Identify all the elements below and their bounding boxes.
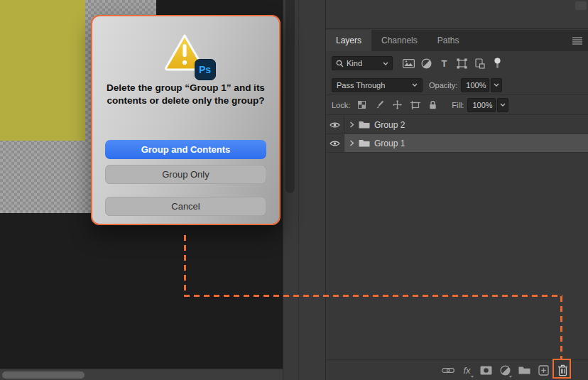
lock-fill-row: Lock: — [326, 95, 588, 115]
brush-icon — [375, 100, 384, 109]
new-layer-button[interactable] — [534, 360, 553, 380]
fill-dropdown-button[interactable] — [497, 98, 508, 112]
artboard-icon — [410, 101, 420, 109]
lock-artboard-button[interactable] — [406, 101, 424, 109]
layer-name: Group 2 — [374, 120, 405, 130]
fill-label: Fill: — [452, 101, 464, 109]
group-only-button[interactable]: Group Only — [105, 165, 266, 184]
adjustment-circle-icon — [421, 58, 432, 69]
chevron-down-icon — [500, 103, 506, 107]
visibility-toggle[interactable] — [326, 134, 344, 153]
layer-row-group-1[interactable]: Group 1 — [326, 134, 588, 153]
fill-input[interactable]: 100% — [467, 98, 496, 112]
tab-paths-label: Paths — [437, 36, 459, 45]
caret-down-icon — [509, 376, 512, 378]
dialog-message: Delete the group “Group 1” and its conte… — [104, 82, 267, 107]
add-layer-mask-button[interactable] — [477, 360, 496, 380]
yellow-rectangle-layer — [0, 0, 85, 141]
horizontal-scrollbar[interactable] — [0, 369, 283, 380]
tab-channels-label: Channels — [381, 36, 418, 45]
shape-frame-icon — [457, 58, 467, 69]
vertical-scrollbar-thumb[interactable] — [285, 0, 295, 193]
opacity-input[interactable]: 100% — [461, 78, 489, 92]
shape-layer-filter-button[interactable] — [453, 58, 471, 69]
lock-transparency-button[interactable] — [353, 101, 371, 109]
lock-all-button[interactable] — [424, 100, 442, 109]
adjustment-circle-icon — [500, 365, 511, 376]
photoshop-app-icon: Ps — [195, 59, 216, 80]
chevron-down-icon — [412, 83, 418, 87]
tab-paths[interactable]: Paths — [428, 30, 469, 51]
chevron-down-icon — [383, 62, 388, 65]
chevron-down-icon — [494, 83, 499, 87]
panel-above-corner — [575, 1, 587, 10]
smart-object-icon — [475, 58, 485, 69]
layers-footer-toolbar: fx — [326, 359, 588, 380]
lock-position-button[interactable] — [388, 100, 406, 109]
folder-icon — [518, 366, 530, 375]
blend-mode-value: Pass Through — [337, 81, 385, 89]
lock-label: Lock: — [332, 101, 350, 109]
eye-icon — [330, 140, 340, 147]
dialog-icon: Ps — [163, 33, 209, 76]
layer-row-group-2[interactable]: Group 2 — [326, 116, 588, 134]
tab-layers[interactable]: Layers — [326, 30, 371, 51]
checkerboard-icon — [358, 101, 366, 109]
type-layer-filter-button[interactable]: T — [435, 58, 453, 69]
mask-icon — [480, 366, 492, 375]
filter-toggle-pin-icon — [494, 58, 501, 69]
new-group-button[interactable] — [515, 360, 534, 380]
adjustment-layer-filter-button[interactable] — [418, 58, 435, 69]
trash-icon — [557, 364, 568, 376]
image-icon — [403, 59, 415, 68]
padlock-icon — [429, 100, 437, 109]
filter-toggle-button[interactable] — [489, 58, 506, 69]
panel-tab-bar: Layers Channels Paths — [326, 30, 588, 51]
disclosure-chevron-icon[interactable] — [349, 140, 354, 146]
caret-down-icon — [471, 376, 474, 378]
dialog-buttons: Group and Contents Group Only Cancel — [105, 140, 266, 216]
type-icon: T — [442, 58, 447, 69]
opacity-label: Opacity: — [429, 81, 457, 89]
layers-panel: Layers Channels Paths Kind — [325, 0, 588, 380]
lock-pixels-button[interactable] — [371, 100, 388, 109]
delete-layer-button[interactable] — [553, 360, 572, 380]
eye-icon — [330, 121, 340, 129]
filter-kind-label: Kind — [347, 59, 362, 67]
blend-opacity-row: Pass Through Opacity: 100% — [326, 75, 588, 95]
disclosure-chevron-icon[interactable] — [349, 121, 354, 128]
fill-value: 100% — [472, 101, 492, 109]
folder-icon — [359, 139, 370, 147]
new-adjustment-layer-button[interactable] — [496, 360, 515, 380]
panel-gutter — [283, 0, 325, 380]
horizontal-scrollbar-thumb[interactable] — [2, 371, 85, 379]
tab-layers-label: Layers — [336, 36, 361, 45]
panel-above-strip — [326, 0, 588, 29]
filter-kind-select[interactable]: Kind — [332, 56, 393, 70]
link-layers-button[interactable] — [438, 360, 457, 380]
opacity-value: 100% — [466, 81, 486, 89]
group-and-contents-button[interactable]: Group and Contents — [105, 140, 266, 159]
folder-icon — [359, 121, 370, 129]
cancel-button[interactable]: Cancel — [105, 197, 266, 216]
hamburger-menu-icon — [572, 37, 582, 45]
fx-icon: fx — [463, 365, 470, 376]
pixel-layer-filter-button[interactable] — [400, 59, 418, 68]
plus-square-icon — [538, 365, 549, 376]
search-icon — [336, 60, 344, 67]
visibility-toggle[interactable] — [326, 116, 344, 134]
tab-channels[interactable]: Channels — [371, 30, 428, 51]
layer-filter-row: Kind T — [326, 52, 588, 75]
layer-name: Group 1 — [374, 139, 405, 148]
ps-badge-label: Ps — [199, 64, 211, 75]
link-icon — [442, 367, 454, 374]
layers-list: Group 2 — [326, 116, 588, 153]
move-arrows-icon — [393, 100, 402, 109]
layer-style-button[interactable]: fx — [457, 360, 477, 380]
opacity-dropdown-button[interactable] — [491, 78, 502, 92]
blend-mode-select[interactable]: Pass Through — [332, 78, 423, 92]
delete-group-dialog: Ps Delete the group “Group 1” and its co… — [91, 15, 281, 225]
panel-menu-button[interactable] — [572, 36, 583, 45]
smart-object-filter-button[interactable] — [471, 58, 489, 69]
gutter-divider — [298, 0, 299, 380]
